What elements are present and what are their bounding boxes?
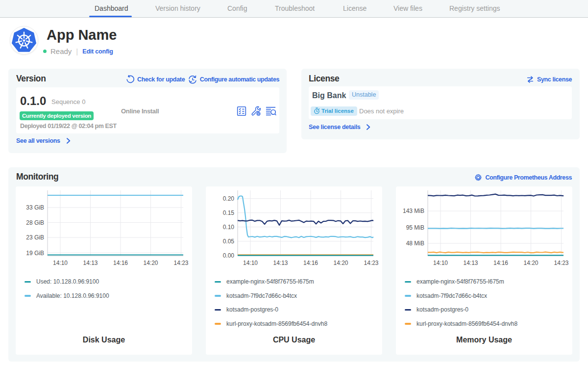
svg-text:14:10: 14:10	[433, 260, 448, 266]
svg-text:0.05: 0.05	[223, 238, 235, 245]
svg-text:48 MiB: 48 MiB	[406, 240, 424, 247]
svg-text:14:23: 14:23	[554, 260, 568, 266]
svg-text:14:13: 14:13	[273, 260, 288, 266]
svg-text:33 GiB: 33 GiB	[26, 204, 44, 211]
svg-text:0.10: 0.10	[223, 224, 235, 231]
svg-text:19 GiB: 19 GiB	[26, 250, 44, 257]
svg-text:14:16: 14:16	[493, 260, 508, 266]
svg-text:14:16: 14:16	[113, 260, 128, 266]
svg-text:28 GiB: 28 GiB	[26, 219, 44, 226]
svg-text:0.20: 0.20	[223, 195, 235, 202]
svg-text:95 MiB: 95 MiB	[406, 224, 424, 231]
svg-text:14:20: 14:20	[143, 260, 158, 266]
svg-text:14:20: 14:20	[523, 260, 538, 266]
svg-text:14:13: 14:13	[83, 260, 98, 266]
svg-text:14:23: 14:23	[173, 260, 188, 266]
svg-text:0.15: 0.15	[223, 209, 235, 216]
svg-text:143 MiB: 143 MiB	[403, 208, 424, 214]
svg-text:14:23: 14:23	[364, 260, 378, 266]
svg-text:14:20: 14:20	[333, 260, 348, 266]
svg-text:14:10: 14:10	[53, 260, 68, 266]
svg-text:14:13: 14:13	[463, 260, 478, 266]
svg-text:0.00: 0.00	[223, 252, 235, 259]
svg-text:23 GiB: 23 GiB	[26, 234, 44, 241]
svg-text:14:10: 14:10	[243, 260, 258, 266]
svg-text:14:16: 14:16	[303, 260, 318, 266]
